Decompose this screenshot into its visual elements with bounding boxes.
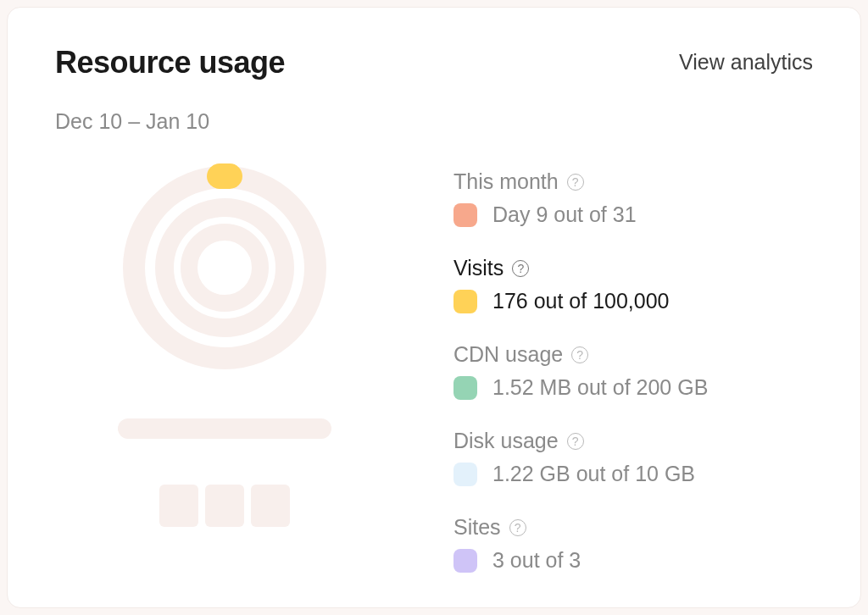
skeleton-bar (118, 418, 331, 439)
stat-label: This month (453, 169, 559, 194)
stat-label-row: Sites ? (453, 515, 813, 540)
stat-label: Visits (453, 256, 504, 280)
swatch-visits (453, 290, 477, 313)
stat-label-row: CDN usage ? (453, 342, 813, 367)
swatch-disk (453, 463, 477, 486)
help-icon[interactable]: ? (509, 519, 526, 536)
ring-marker-visits (207, 163, 242, 189)
stat-label-row: This month ? (453, 169, 813, 194)
stat-label-row: Visits ? (453, 256, 813, 280)
stat-value-row: 176 out of 100,000 (453, 289, 813, 313)
card-title: Resource usage (55, 45, 285, 80)
ring-inner (181, 224, 269, 312)
stat-value: 1.52 MB out of 200 GB (492, 375, 708, 400)
swatch-cdn (453, 376, 477, 400)
skeleton-block (251, 485, 290, 527)
stat-value-row: 1.22 GB out of 10 GB (453, 462, 813, 486)
stat-sites: Sites ? 3 out of 3 (453, 515, 813, 573)
help-icon[interactable]: ? (571, 346, 588, 363)
stat-label-row: Disk usage ? (453, 429, 813, 453)
view-analytics-link[interactable]: View analytics (679, 45, 813, 75)
stat-label: Disk usage (453, 429, 559, 453)
stat-label: CDN usage (453, 342, 563, 367)
usage-rings-chart (123, 166, 326, 369)
stat-label: Sites (453, 515, 501, 540)
skeleton-blocks (159, 485, 290, 527)
stat-value: 176 out of 100,000 (492, 289, 670, 313)
stat-visits: Visits ? 176 out of 100,000 (453, 256, 813, 313)
card-header: Resource usage View analytics (55, 45, 813, 80)
stat-value: 3 out of 3 (492, 548, 581, 573)
date-range: Dec 10 – Jan 10 (55, 109, 813, 134)
skeleton-block (205, 485, 244, 527)
visualization-column (55, 166, 394, 573)
resource-usage-card: Resource usage View analytics Dec 10 – J… (7, 7, 861, 608)
stat-value-row: 3 out of 3 (453, 548, 813, 573)
swatch-month (453, 203, 477, 227)
stat-value: 1.22 GB out of 10 GB (492, 462, 695, 486)
help-icon[interactable]: ? (512, 260, 529, 277)
skeleton-block (159, 485, 198, 527)
help-icon[interactable]: ? (567, 174, 584, 191)
stat-value: Day 9 out of 31 (492, 202, 637, 227)
stat-disk-usage: Disk usage ? 1.22 GB out of 10 GB (453, 429, 813, 486)
stats-column: This month ? Day 9 out of 31 Visits ? 17… (453, 166, 813, 573)
stat-value-row: Day 9 out of 31 (453, 202, 813, 227)
stat-this-month: This month ? Day 9 out of 31 (453, 169, 813, 227)
card-body: This month ? Day 9 out of 31 Visits ? 17… (55, 166, 813, 573)
swatch-sites (453, 549, 477, 573)
stat-value-row: 1.52 MB out of 200 GB (453, 375, 813, 400)
help-icon[interactable]: ? (567, 433, 584, 450)
stat-cdn-usage: CDN usage ? 1.52 MB out of 200 GB (453, 342, 813, 400)
